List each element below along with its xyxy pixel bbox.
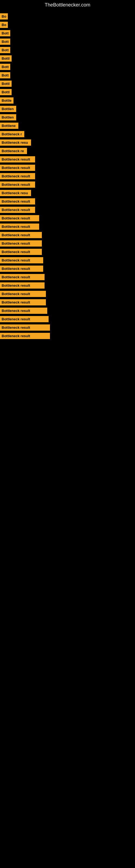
list-item: Bottleneck result xyxy=(0,173,135,180)
bottleneck-label: Bottleneck result xyxy=(0,308,47,314)
list-item: Bottleneck result xyxy=(0,273,135,281)
list-item: Bott xyxy=(0,30,135,37)
bottleneck-label: Bottleneck result xyxy=(0,257,43,264)
bottleneck-label: Bottleneck r xyxy=(0,131,24,137)
list-item: Bottleneck r xyxy=(0,130,135,138)
bottleneck-label: Bottleneck result xyxy=(0,324,50,331)
bottleneck-label: Bott xyxy=(0,38,10,45)
bottleneck-label: Bottl xyxy=(0,89,12,95)
list-item: Bottleneck result xyxy=(0,206,135,214)
bottleneck-label: Bottleneck result xyxy=(0,274,45,280)
bottleneck-label: Bottleneck resu xyxy=(0,140,31,146)
bottleneck-label: Bott xyxy=(0,30,10,36)
bottleneck-label: Bottle xyxy=(0,97,13,104)
bottleneck-label: Bott xyxy=(0,47,10,53)
list-item: Bott xyxy=(0,63,135,70)
list-item: Bottleneck result xyxy=(0,156,135,163)
list-item: Bottl xyxy=(0,88,135,96)
list-item: Bottlene xyxy=(0,122,135,129)
list-item: Bottleneck result xyxy=(0,332,135,340)
list-item: Bott xyxy=(0,46,135,54)
bottleneck-label: Bottleneck result xyxy=(0,266,43,272)
list-item: Bottleneck result xyxy=(0,223,135,230)
list-item: Bottleneck result xyxy=(0,282,135,289)
bottleneck-label: Bottleneck result xyxy=(0,165,35,171)
bottleneck-label: Bott xyxy=(0,72,10,79)
bottleneck-label: Bottleneck result xyxy=(0,156,35,162)
bottleneck-label: Bottleneck result xyxy=(0,333,50,339)
list-item: Bottleneck result xyxy=(0,164,135,172)
bottleneck-label: Bo xyxy=(0,13,8,20)
site-title: TheBottlenecker.com xyxy=(0,0,135,10)
list-item: Bottleneck result xyxy=(0,257,135,264)
bottleneck-label: Bottleneck result xyxy=(0,282,45,289)
bottleneck-label: Bottleneck result xyxy=(0,291,46,297)
bottleneck-label: Bottl xyxy=(0,81,12,87)
bottleneck-label: Bottleneck result xyxy=(0,223,39,230)
list-item: Bottleneck result xyxy=(0,240,135,247)
bottleneck-label: Bottlen xyxy=(0,106,16,112)
list-item: Bottleneck result xyxy=(0,231,135,239)
bottleneck-label: Bottleneck result xyxy=(0,182,35,188)
items-container: BoBoBottBottBottBottlBottBottBottlBottlB… xyxy=(0,10,135,343)
list-item: Bottlen xyxy=(0,105,135,113)
bottleneck-label: Bottleneck result xyxy=(0,316,49,322)
bottleneck-label: Bottleneck resu xyxy=(0,190,31,196)
list-item: Bottl xyxy=(0,80,135,87)
bottleneck-label: Bottleneck result xyxy=(0,173,35,179)
bottleneck-label: Bottlen xyxy=(0,114,16,120)
list-item: Bottlen xyxy=(0,114,135,121)
bottleneck-label: Bottl xyxy=(0,55,12,62)
list-item: Bottleneck result xyxy=(0,324,135,331)
list-item: Bottle xyxy=(0,97,135,104)
list-item: Bottleneck result xyxy=(0,265,135,272)
bottleneck-label: Bottleneck result xyxy=(0,240,42,247)
list-item: Bottleneck resu xyxy=(0,139,135,146)
bottleneck-label: Bo xyxy=(0,22,8,28)
bottleneck-label: Bottleneck result xyxy=(0,299,46,305)
bottleneck-label: Bottleneck result xyxy=(0,249,42,255)
list-item: Bo xyxy=(0,13,135,20)
bottleneck-label: Bottleneck result xyxy=(0,232,42,238)
list-item: Bo xyxy=(0,21,135,29)
list-item: Bottleneck re xyxy=(0,147,135,155)
list-item: Bottleneck result xyxy=(0,307,135,314)
bottleneck-label: Bottlene xyxy=(0,123,18,129)
list-item: Bottleneck result xyxy=(0,315,135,323)
bottleneck-label: Bottleneck result xyxy=(0,215,39,221)
bottleneck-label: Bottleneck result xyxy=(0,198,35,205)
list-item: Bottleneck result xyxy=(0,248,135,255)
list-item: Bottleneck resu xyxy=(0,189,135,197)
list-item: Bottleneck result xyxy=(0,215,135,222)
bottleneck-label: Bottleneck result xyxy=(0,207,35,213)
list-item: Bottleneck result xyxy=(0,299,135,306)
list-item: Bott xyxy=(0,72,135,79)
bottleneck-label: Bott xyxy=(0,64,10,70)
list-item: Bottleneck result xyxy=(0,198,135,205)
bottleneck-label: Bottleneck re xyxy=(0,148,27,154)
list-item: Bottl xyxy=(0,55,135,62)
list-item: Bottleneck result xyxy=(0,181,135,188)
list-item: Bott xyxy=(0,38,135,45)
list-item: Bottleneck result xyxy=(0,290,135,298)
